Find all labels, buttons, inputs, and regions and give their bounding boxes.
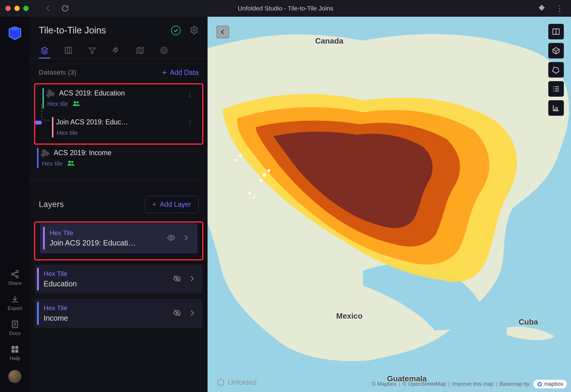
hextile-icon	[41, 149, 50, 157]
datasets-heading: Datasets (3)	[39, 69, 76, 76]
map-label-cuba: Cuba	[519, 317, 538, 326]
visibility-on-icon[interactable]	[167, 234, 175, 243]
dataset-more-icon[interactable]: ⋯	[186, 120, 194, 127]
rail-export-label: Export	[7, 305, 22, 311]
svg-point-4	[16, 276, 19, 278]
user-avatar[interactable]	[8, 370, 22, 383]
sidebar-tabs	[30, 43, 208, 59]
attr-osm[interactable]: © OpenStreetMap	[403, 381, 446, 387]
join-indicator-icon	[36, 121, 42, 125]
settings-icon[interactable]	[190, 26, 199, 35]
rail-help-label: Help	[10, 356, 20, 362]
svg-point-2	[16, 271, 19, 273]
svg-rect-11	[65, 47, 72, 53]
svg-point-25	[267, 169, 270, 172]
layer-card[interactable]: Hex Tile Join ACS 2019: Educati…	[40, 223, 197, 253]
map-canvas[interactable]: Canada United States Mexico Cuba Guatema…	[208, 17, 571, 392]
rail-export[interactable]: Export	[7, 295, 22, 311]
tab-interactions[interactable]	[110, 43, 122, 58]
rail-docs[interactable]: Docs	[9, 320, 21, 337]
dataset-card[interactable]: ACS 2019: Education Hex tile ⋯	[40, 85, 197, 112]
add-data-button[interactable]: + Add Data	[162, 68, 199, 77]
map-tools	[548, 24, 564, 116]
svg-point-33	[538, 383, 541, 385]
rail-help[interactable]: Help	[10, 345, 20, 362]
visibility-off-icon[interactable]	[173, 309, 181, 318]
svg-point-28	[253, 196, 255, 199]
unfolded-watermark: Unfolded	[217, 378, 257, 387]
tool-chart[interactable]	[548, 100, 564, 116]
status-ok-icon[interactable]	[171, 26, 181, 35]
extensions-icon[interactable]	[538, 4, 545, 13]
map-label-mexico: Mexico	[336, 311, 363, 320]
svg-rect-7	[15, 346, 18, 349]
layer-card[interactable]: Hex Tile Education	[35, 265, 203, 294]
annotation-highlight-datasets: ACS 2019: Education Hex tile ⋯ Join ACS …	[34, 83, 203, 145]
visibility-off-icon[interactable]	[173, 274, 181, 284]
svg-point-16	[68, 161, 71, 163]
attr-improve[interactable]: Improve this map	[452, 381, 493, 387]
minimize-window-button[interactable]	[14, 6, 20, 11]
traffic-lights	[5, 6, 29, 11]
chevron-right-icon[interactable]	[188, 309, 196, 318]
svg-point-24	[263, 173, 266, 177]
svg-point-10	[193, 29, 195, 31]
layers-heading: Layers	[39, 200, 64, 209]
rail-docs-label: Docs	[9, 331, 21, 337]
plus-icon: +	[162, 68, 167, 77]
svg-point-12	[161, 47, 167, 53]
close-window-button[interactable]	[5, 6, 11, 11]
svg-point-14	[74, 101, 76, 104]
reload-button[interactable]	[61, 4, 69, 13]
maximize-window-button[interactable]	[23, 6, 29, 11]
shared-icon	[67, 160, 75, 167]
titlebar: Unfolded Studio - Tile-to-Tile Joins ⋮	[0, 0, 571, 17]
annotation-highlight-layer: Hex Tile Join ACS 2019: Educati…	[34, 221, 203, 260]
dataset-card-joined[interactable]: Join ACS 2019: Educ… Hex tile ⋯	[50, 114, 197, 141]
svg-point-27	[248, 192, 251, 195]
layer-card[interactable]: Hex Tile Income	[35, 299, 203, 328]
attr-basemap-by: Basemap by:	[500, 381, 531, 387]
window-title: Unfolded Studio - Tile-to-Tile Joins	[238, 5, 333, 12]
svg-point-30	[239, 154, 242, 157]
svg-point-29	[234, 159, 237, 162]
chevron-right-icon[interactable]	[182, 234, 190, 243]
rail-share[interactable]: Share	[8, 270, 22, 286]
tool-3d-view[interactable]	[548, 43, 564, 58]
svg-point-17	[71, 161, 73, 163]
tool-legend[interactable]	[548, 81, 564, 97]
svg-point-18	[170, 237, 172, 239]
svg-point-26	[259, 179, 262, 182]
mapbox-logo[interactable]: mapbox	[533, 380, 567, 388]
dataset-card[interactable]: ACS 2019: Income Hex tile	[35, 145, 203, 171]
chevron-right-icon[interactable]	[188, 274, 196, 284]
rail-share-label: Share	[8, 280, 22, 286]
dataset-more-icon[interactable]: ⋯	[186, 91, 194, 98]
tool-draw-polygon[interactable]	[548, 62, 564, 78]
sidebar: Tile-to-Tile Joins Datasets (3) +	[30, 17, 208, 392]
map-back-button[interactable]	[217, 26, 229, 38]
tool-split-view[interactable]	[548, 24, 564, 39]
left-rail: Share Export Docs Help	[0, 17, 30, 392]
hextile-icon	[47, 90, 55, 97]
svg-point-13	[162, 49, 165, 52]
project-title: Tile-to-Tile Joins	[39, 25, 106, 36]
svg-point-15	[77, 101, 79, 104]
plus-icon: +	[152, 200, 156, 209]
add-layer-button[interactable]: + Add Layer	[145, 196, 199, 213]
app-logo[interactable]	[7, 26, 23, 42]
svg-point-3	[12, 273, 14, 275]
tab-query[interactable]	[158, 43, 170, 58]
svg-rect-8	[12, 350, 15, 353]
tab-basemap[interactable]	[134, 43, 146, 58]
attr-mapbox[interactable]: © Mapbox	[372, 381, 396, 387]
more-menu-icon[interactable]: ⋮	[556, 4, 564, 13]
tab-columns[interactable]	[63, 43, 74, 58]
tab-layers[interactable]	[39, 43, 50, 58]
map-attribution: © Mapbox | © OpenStreetMap | Improve thi…	[372, 380, 567, 388]
svg-rect-9	[15, 350, 18, 353]
back-button[interactable]	[44, 4, 53, 13]
svg-rect-6	[12, 346, 15, 349]
tab-filters[interactable]	[87, 43, 98, 58]
map-label-canada: Canada	[315, 36, 344, 45]
